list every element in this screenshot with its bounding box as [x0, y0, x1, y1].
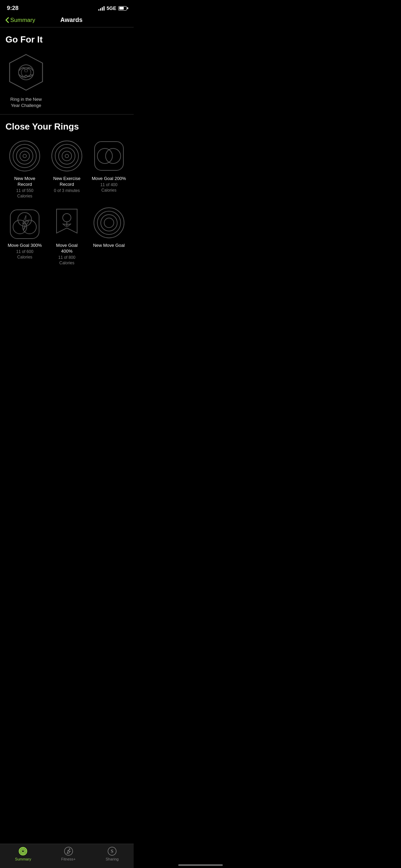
- new-exercise-record-icon: [50, 139, 84, 173]
- svg-point-3: [10, 141, 40, 171]
- move-goal-200-icon: [92, 139, 126, 173]
- svg-marker-0: [10, 55, 42, 90]
- ring-label-5: New Move Goal: [93, 243, 124, 249]
- go-for-it-content: Ring in the New Year Challenge: [5, 52, 128, 109]
- page-title: Awards: [35, 16, 108, 24]
- move-goal-300-icon: [8, 206, 42, 240]
- rings-grid: New MoveRecord 11 of 550Calories New Exe…: [5, 139, 128, 266]
- battery-icon: [118, 6, 127, 11]
- signal-icon: [98, 6, 105, 11]
- new-year-badge-label: Ring in the New Year Challenge: [5, 96, 47, 109]
- network-type: 5GE: [107, 5, 116, 11]
- ring-item-move-goal-200[interactable]: Move Goal 200% 11 of 400Calories: [89, 139, 128, 199]
- chevron-left-icon: [5, 17, 9, 23]
- status-bar: 9:28 5GE: [0, 0, 134, 14]
- status-right: 5GE: [98, 5, 127, 11]
- ring-sub-2: 11 of 400Calories: [100, 182, 118, 193]
- svg-point-17: [18, 213, 32, 226]
- ring-item-move-goal-300[interactable]: Move Goal 300% 11 of 600Calories: [5, 206, 44, 266]
- close-rings-title: Close Your Rings: [5, 121, 128, 132]
- svg-point-14: [97, 148, 112, 164]
- back-label: Summary: [10, 17, 35, 24]
- ring-item-new-exercise-record[interactable]: New ExerciseRecord 0 of 3 minutes: [48, 139, 86, 199]
- status-time: 9:28: [7, 5, 19, 12]
- svg-point-15: [106, 148, 121, 164]
- ring-sub-4: 11 of 800Calories: [58, 255, 75, 266]
- main-content: Go For It Ring in the New Year C: [0, 27, 134, 302]
- back-button[interactable]: Summary: [5, 17, 35, 24]
- ring-label-3: Move Goal 300%: [8, 243, 42, 249]
- svg-point-2: [21, 68, 31, 77]
- ring-label-1: New ExerciseRecord: [53, 176, 80, 188]
- ring-label-0: New MoveRecord: [14, 176, 35, 188]
- close-your-rings-section: Close Your Rings New MoveRecord 11 of 55…: [0, 114, 134, 271]
- svg-point-11: [62, 151, 72, 161]
- ring-sub-1: 0 of 3 minutes: [54, 188, 80, 194]
- svg-point-19: [23, 220, 36, 234]
- svg-point-12: [65, 154, 69, 158]
- svg-point-23: [101, 215, 117, 231]
- svg-point-8: [52, 141, 82, 171]
- svg-point-7: [23, 154, 26, 158]
- ring-item-new-move-goal[interactable]: New Move Goal: [89, 206, 128, 266]
- ring-item-new-move-record[interactable]: New MoveRecord 11 of 550Calories: [5, 139, 44, 199]
- svg-point-20: [63, 214, 71, 222]
- new-year-badge-icon: [5, 52, 47, 93]
- svg-point-24: [104, 218, 114, 228]
- svg-point-5: [16, 148, 33, 164]
- go-for-it-section: Go For It Ring in the New Year C: [0, 27, 134, 114]
- ring-item-move-goal-400[interactable]: Move Goal400% 11 of 800Calories: [48, 206, 86, 266]
- ring-label-2: Move Goal 200%: [92, 176, 126, 182]
- new-move-goal-icon: [92, 206, 126, 240]
- nav-bar: Summary Awards: [0, 14, 134, 27]
- ring-label-4: Move Goal400%: [56, 243, 78, 254]
- new-move-record-icon: [8, 139, 42, 173]
- ring-sub-3: 11 of 600Calories: [16, 249, 33, 260]
- svg-point-6: [20, 151, 29, 161]
- ring-sub-0: 11 of 550Calories: [16, 188, 33, 199]
- svg-point-21: [94, 208, 124, 238]
- badge-item-new-year[interactable]: Ring in the New Year Challenge: [5, 52, 47, 109]
- move-goal-400-icon: [50, 206, 84, 240]
- svg-point-10: [59, 148, 75, 164]
- go-for-it-title: Go For It: [5, 34, 128, 45]
- svg-rect-13: [95, 142, 123, 170]
- svg-rect-16: [10, 210, 39, 239]
